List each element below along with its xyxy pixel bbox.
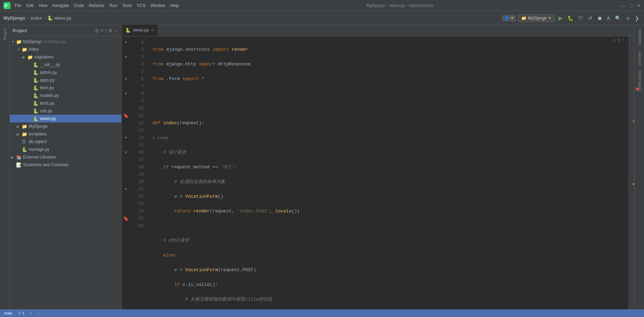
- tree-item-mydjangoconf[interactable]: ▶ 📁 MyDjango: [10, 122, 121, 130]
- settings-icon[interactable]: ⚙: [108, 28, 113, 33]
- tree-item-views[interactable]: ▶ 🐍 views.py: [10, 115, 121, 122]
- collapse-all-icon[interactable]: ↕: [105, 28, 107, 33]
- menu-view[interactable]: View: [38, 3, 48, 8]
- code-line-4: [152, 90, 629, 97]
- line-num-1: 1: [130, 38, 144, 46]
- fold-icon-14[interactable]: ▼: [124, 136, 128, 140]
- project-label[interactable]: MyDjango: [3, 15, 25, 21]
- secondary-toolbar: MyDjango › index › 🐍 views.py 👤 ▼ 📁 MyDj…: [0, 11, 644, 25]
- fold-icon-21[interactable]: ▼: [124, 187, 128, 191]
- tab-close-views[interactable]: ✕: [151, 28, 154, 33]
- py-icon-views: 🐍: [33, 116, 38, 121]
- tree-item-index[interactable]: ▼ 📁 index: [10, 45, 121, 53]
- tree-item-templates[interactable]: ▶ 📁 templates: [10, 130, 121, 138]
- fold-icon-3[interactable]: ▼: [124, 55, 128, 59]
- add-button[interactable]: ⊕: [624, 15, 631, 22]
- right-sidebar: Database SciView Notifications: [634, 25, 644, 317]
- expand-all-icon[interactable]: ≡: [101, 28, 103, 33]
- tree-item-admin[interactable]: ▶ 🐍 admin.py: [10, 69, 121, 76]
- tree-item-mydjango-root[interactable]: ▼ 📁 MyDjango D:\MyDjango: [10, 38, 121, 45]
- close-sidebar-icon[interactable]: —: [114, 28, 119, 33]
- maximize-button[interactable]: □: [629, 3, 634, 8]
- fold-icon-1[interactable]: ▼: [124, 40, 128, 44]
- tree-label-migrations: migrations: [34, 55, 53, 59]
- refresh-button[interactable]: ↺: [587, 15, 594, 22]
- tab-actions[interactable]: ⋮: [624, 29, 634, 36]
- close-button[interactable]: ✕: [636, 3, 641, 8]
- fold-icon-6[interactable]: ▼: [124, 77, 128, 81]
- status-check: ✓ 1: [18, 311, 24, 316]
- tree-item-form[interactable]: ▶ 🐍 form.py: [10, 84, 121, 92]
- tree-item-apps[interactable]: ▶ 🐍 apps.py: [10, 76, 121, 84]
- tree-item-tests[interactable]: ▶ 🐍 tests.py: [10, 99, 121, 107]
- fold-icon-16[interactable]: ▼: [124, 150, 128, 154]
- breadcrumb-index[interactable]: index: [31, 15, 42, 21]
- project-dropdown-icon: ▼: [548, 16, 552, 20]
- notifications-panel-btn[interactable]: Notifications: [635, 70, 644, 91]
- folder-icon-migrations: 📁: [27, 55, 33, 60]
- project-tab[interactable]: Project: [0, 25, 10, 317]
- line-num-22: 22: [130, 193, 144, 200]
- window-title: MyDjango - views.py - Administrator: [179, 3, 621, 8]
- database-panel-btn[interactable]: Database: [635, 27, 644, 48]
- fold-icon-8[interactable]: ▼: [124, 92, 128, 96]
- tab-views-py[interactable]: 🐍 views.py ✕: [122, 25, 158, 36]
- avatar-button[interactable]: 👤 ▼: [502, 15, 516, 21]
- translate-button[interactable]: A: [606, 15, 611, 22]
- project-tab-label[interactable]: Project: [3, 28, 7, 40]
- code-line-13: # POST请求: [152, 237, 629, 244]
- tree-arrow-mydjangoconf: ▶: [17, 125, 22, 128]
- tree-item-init[interactable]: ▶ 🐍 __init__.py: [10, 61, 121, 69]
- nav-up-icon[interactable]: ↑: [622, 38, 624, 43]
- py-icon-models: 🐍: [33, 93, 38, 98]
- menu-code[interactable]: Code: [74, 3, 84, 8]
- code-line-3: from .form import *: [152, 75, 629, 83]
- tree-label-admin: admin.py: [40, 70, 57, 75]
- menu-file[interactable]: File: [15, 3, 21, 8]
- add-file-icon[interactable]: ➕: [94, 28, 99, 33]
- app-logo: P: [3, 1, 11, 10]
- tree-arrow-templates: ▶: [17, 132, 22, 136]
- tree-item-urls[interactable]: ▶ 🐍 urls.py: [10, 107, 121, 115]
- run-button[interactable]: ▶: [557, 14, 564, 22]
- menu-tools[interactable]: Tools: [122, 3, 132, 8]
- menu-run[interactable]: Run: [109, 3, 117, 8]
- search-button[interactable]: 🔍: [614, 15, 622, 22]
- file-icon: 🐍: [47, 15, 53, 21]
- coverage-button[interactable]: 🛡: [577, 15, 585, 22]
- tree-item-manage[interactable]: ▶ 🐍 manage.py: [10, 146, 121, 153]
- minimize-button[interactable]: —: [621, 3, 626, 8]
- tree-item-scratches[interactable]: ▶ 📝 Scratches and Consoles: [10, 161, 121, 169]
- menu-help[interactable]: Help: [170, 3, 179, 8]
- menu-edit[interactable]: Edit: [26, 3, 34, 8]
- menu-refactor[interactable]: Refactor: [89, 3, 105, 8]
- menu-navigate[interactable]: Navigate: [52, 3, 69, 8]
- debug-button[interactable]: 🐛: [566, 15, 575, 22]
- code-gutter: ▼ ▼ ▼ ▼ 🔖 ▼ ▼ ▼: [122, 36, 130, 317]
- bookmark-icon-25[interactable]: 🔖: [123, 216, 129, 221]
- stop-button[interactable]: ⏹: [596, 15, 603, 22]
- line-num-13: 13: [130, 127, 144, 134]
- menu-window[interactable]: Window: [150, 3, 165, 8]
- sciview-panel-btn[interactable]: SciView: [635, 48, 644, 69]
- code-content[interactable]: from django.shortcuts import render from…: [147, 36, 629, 317]
- tree-item-db[interactable]: ▶ 🗄 db.sqlite3: [10, 138, 121, 146]
- menu-vcs[interactable]: VCS: [137, 3, 145, 8]
- project-selector[interactable]: 📁 MyDjango ▼: [518, 14, 555, 22]
- more-button[interactable]: ❯: [634, 15, 641, 22]
- warning-indicator: [633, 183, 634, 185]
- code-line-14: else:: [152, 252, 629, 259]
- nav-down-icon[interactable]: ↓: [625, 38, 627, 43]
- menu-bar[interactable]: File Edit View Navigate Code Refactor Ru…: [15, 3, 179, 8]
- breadcrumb-file[interactable]: 🐍 views.py: [47, 15, 71, 21]
- gutter-20: [122, 178, 130, 185]
- bookmark-icon-11[interactable]: 🔖: [123, 113, 129, 118]
- py-icon-tests: 🐍: [33, 101, 38, 106]
- line-num-11: 11: [130, 112, 144, 119]
- git-branch[interactable]: main: [4, 311, 13, 315]
- gutter-7: [122, 83, 130, 90]
- tree-item-models[interactable]: ▶ 🐍 models.py: [10, 92, 121, 99]
- tree-label-views: views.py: [40, 116, 56, 121]
- tree-item-extlibs[interactable]: ▶ 📚 External Libraries: [10, 153, 121, 161]
- tree-item-migrations[interactable]: ▶ 📁 migrations: [10, 53, 121, 61]
